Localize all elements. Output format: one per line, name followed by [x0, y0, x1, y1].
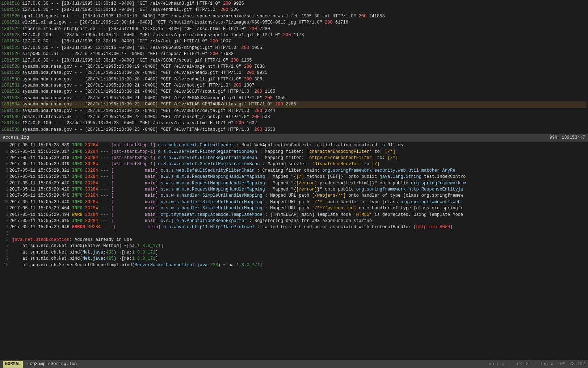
exception-line: 5 [1, 231, 587, 237]
line-number: 1891536 [1, 114, 20, 120]
logger-name: o.s.web.context.ContextLoader [158, 143, 234, 148]
log-lines-top: 1891518 127.0.0.30 - - [28/Jul/1995:13:3… [0, 0, 588, 134]
line-number: 1891520 [1, 14, 20, 19]
vim-mode: NORMAL [3, 361, 23, 368]
log-line: 1891519 127.0.0.30 - - [28/Jul/1995:13:3… [1, 7, 587, 13]
logger-name: s.w.s.m.m.a.RequestMappingHandlerMapping [161, 187, 265, 192]
spring-log-line: 32017-05-11 15:05:29.615 INFO 30284 --- … [1, 218, 587, 224]
line-number: 1891531 [1, 83, 20, 88]
terminal: 1891518 127.0.0.30 - - [28/Jul/1995:13:3… [0, 0, 588, 368]
scroll-percent: 99% [550, 135, 558, 141]
log-line: 1891534 sysadm.bda.nasa.gov - - [28/Jul/… [1, 101, 587, 108]
logger-name: o.s.b.w.servlet.FilterRegistrationBean [158, 149, 257, 154]
line-number: 1891522 [1, 26, 20, 32]
line-number: 1891523 [1, 33, 20, 38]
log-lines-bottom: 2017-05-11 15:05:28.889 INFO 30284 --- [… [0, 142, 588, 360]
log-line: 1891527 127.0.0.30 - - [28/Jul/1995:13:3… [1, 58, 587, 64]
log-line: 1891532 sysadm.bda.nasa.gov - - [28/Jul/… [1, 89, 587, 95]
spring-log-line: 22017-05-11 15:05:29.464 INFO 30284 --- … [1, 205, 587, 212]
spring-log-line: 282017-05-11 15:05:29.440 INFO 30284 ---… [1, 199, 587, 205]
spring-log-line: 52017-05-11 15:05:29.321 INFO 30284 --- … [1, 168, 587, 174]
line-number: 1891535 [1, 108, 20, 113]
spring-log-line: 62017-05-11 15:05:29.019 INFO 30284 --- … [1, 161, 587, 167]
log-line: 1891518 127.0.0.30 - - [28/Jul/1995:13:3… [1, 1, 587, 7]
log-line: 1891530 sysadm.bda.nasa.gov - - [28/Jul/… [1, 76, 587, 83]
line-number: 1891521 [1, 20, 20, 25]
spring-log-line: 32017-05-11 15:05:29.646 ERROR 30284 ---… [1, 224, 587, 230]
log-line: 1891524 127.0.0.30 - - [28/Jul/1995:13:3… [1, 38, 587, 45]
filetype: log ≡ [540, 361, 553, 367]
logger-name: o.s.s.web.DefaultSecurityFilterChain [161, 168, 255, 173]
spring-log-line: 12017-05-11 15:05:29.440 INFO 30284 --- … [1, 193, 587, 199]
logger-name: org.thymeleaf.templatemode.TemplateMode [161, 212, 262, 217]
line-number: 1891524 [1, 39, 20, 44]
log-line: 1891522 ifbcrim.ifb.uni-stuttgart.de - -… [1, 26, 587, 32]
log-line: 1891526 slip005.hol.nl - - [28/Jul/1995:… [1, 51, 587, 57]
log-line: 1891535 sysadm.bda.nasa.gov - - [28/Jul/… [1, 108, 587, 114]
cursor-pos: 1891534:7 [562, 135, 585, 141]
logger-name: o.s.w.s.handler.SimpleUrlHandlerMapping [161, 193, 262, 198]
logger-name: o.s.j.e.a.AnnotationMBeanExporter [161, 218, 247, 223]
line-number: 1891534 [1, 102, 20, 107]
line-number: 1891525 [1, 45, 20, 50]
spring-log-line: 22017-05-11 15:05:29.420 INFO 30284 --- … [1, 187, 587, 193]
log-line: 1891520 ppp1-115.ganet.net - - [28/Jul/1… [1, 13, 587, 20]
logger-name: s.w.s.m.m.a.RequestMappingHandlerMapping [161, 181, 265, 186]
log-line: 1891525 127.0.0.30 - - [28/Jul/1995:13:3… [1, 45, 587, 51]
logger-name: o.s.w.s.handler.SimpleUrlHandlerMapping [161, 206, 262, 211]
filename: LogSampleSpring.log [27, 361, 77, 367]
line-number: 1891533 [1, 96, 20, 101]
line-number: 1891519 [1, 7, 20, 12]
line-number: 1891518 [1, 1, 20, 6]
log-line: 1891523 127.0.0.200 - - [28/Jul/1995:13:… [1, 32, 587, 38]
exception-line: 9 at sun.nio.ch.Net.bind(Net.java:425) ~… [1, 256, 587, 262]
tab-name: access_log [3, 135, 29, 141]
log-line: 1891538 sysadm.bda.nasa.gov - - [28/Jul/… [1, 127, 587, 133]
exception-line: 9 at sun.nio.ch.Net.bind(Net.java:433) ~… [1, 250, 587, 256]
logger-name: s.w.s.m.m.a.RequestMappingHandlerMapping [161, 174, 265, 179]
line-number: 1891532 [1, 89, 20, 94]
status-bar-top: access_log 99% 1891534:7 [0, 134, 588, 142]
unix-indicator: unix △ [488, 361, 504, 367]
top-pane: 1891518 127.0.0.30 - - [28/Jul/1995:13:3… [0, 0, 588, 142]
line-number: 1891537 [1, 121, 20, 126]
bottom-pane: 2017-05-11 15:05:28.889 INFO 30284 --- [… [0, 142, 588, 368]
log-line: 1891521 elc251.el.anl.gov - - [28/Jul/19… [1, 20, 587, 26]
log-line: 1891537 127.0.0.100 - - [28/Jul/1995:13:… [1, 120, 587, 126]
status-right: 99% 1891534:7 [550, 135, 585, 141]
spring-log-line: 22017-05-11 15:05:29.494 WARN 30284 --- … [1, 212, 587, 218]
status-right-items: unix △ ◁ utf-8 ◁ log ≡ 25% 28:102 [488, 361, 585, 367]
log-line: 1891531 sysadm.bda.nasa.gov - - [28/Jul/… [1, 83, 587, 89]
exception-line: 19 at sun.nio.ch.ServerSocketChannelImpl… [1, 262, 587, 268]
spring-log-line: 2017-05-11 15:05:28.889 INFO 30284 --- [… [1, 142, 587, 149]
spring-log-line: 42017-05-11 15:05:29.417 INFO 30284 --- … [1, 174, 587, 180]
spring-log-line: 82017-05-11 15:05:29.017 INFO 30284 --- … [1, 149, 587, 155]
bottom-status-bar: NORMAL LogSampleSpring.log unix △ ◁ utf-… [0, 360, 588, 368]
log-line: 1891533 sysadm.bda.nasa.gov - - [28/Jul/… [1, 95, 587, 101]
log-line: 1891536 pcmas.it.bton.ac.uk - - [28/Jul/… [1, 114, 587, 120]
log-line: 1891528 sysadm.bda.nasa.gov - - [28/Jul/… [1, 64, 587, 70]
spring-log-line: 72017-05-11 15:05:29.018 INFO 30284 --- … [1, 155, 587, 161]
line-number: 1891529 [1, 70, 20, 75]
line-number: 1891527 [1, 58, 20, 63]
exception-line: 7 at sun.nio.ch.Net.bind0(Native Method)… [1, 243, 587, 249]
log-line: 1891529 sysadm.bda.nasa.gov - - [28/Jul/… [1, 70, 587, 76]
logger-name: o.a.coyote.http11.Http11NioProtocol [163, 225, 255, 230]
line-number: 1891528 [1, 64, 20, 69]
scroll-pct: 25% [557, 361, 565, 367]
spring-log-line: 32017-05-11 15:05:29.420 INFO 30284 --- … [1, 180, 587, 187]
exception-line: 5 java.net.BindException: Address alread… [1, 237, 587, 243]
line-number: 1891530 [1, 77, 20, 82]
logger-name: o.S.b.W.servlet.ServletRegistrationBean [158, 162, 260, 167]
line-number: 1891526 [1, 51, 20, 57]
line-col: 28:102 [570, 361, 585, 367]
line-number: 1891538 [1, 127, 20, 132]
encoding: utf-8 [516, 361, 529, 367]
logger-name: o.s.b.w.servlet.FilterRegistrationBean [158, 155, 257, 160]
logger-name: o.s.w.s.handler.SimpleUrlHandlerMapping [161, 200, 262, 205]
